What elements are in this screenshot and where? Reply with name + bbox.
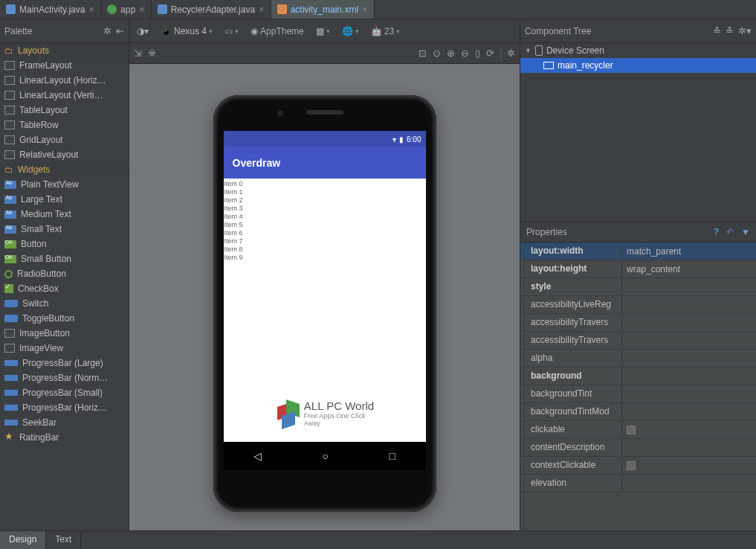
- palette-item[interactable]: FrameLayout: [0, 58, 129, 73]
- device-selector[interactable]: 📱 Nexus 4: [158, 25, 216, 38]
- help-icon[interactable]: ?: [714, 227, 719, 237]
- tab-text[interactable]: Text: [46, 531, 81, 549]
- design-canvas[interactable]: ▾ ▮ 6:00 Overdraw Item 0Item 1Item 2Item…: [129, 64, 520, 530]
- palette-item[interactable]: ProgressBar (Horiz…: [0, 400, 129, 415]
- close-icon[interactable]: ×: [259, 4, 265, 14]
- tab-main-activity[interactable]: MainActivity.java ×: [0, 0, 101, 19]
- tab-app[interactable]: app ×: [101, 0, 152, 19]
- palette-item[interactable]: TableLayout: [0, 103, 129, 118]
- property-row[interactable]: alpha: [520, 350, 756, 367]
- collapse-icon[interactable]: ⇤: [116, 25, 124, 36]
- close-icon[interactable]: ×: [139, 4, 145, 14]
- api-selector[interactable]: 🤖23: [368, 25, 403, 38]
- property-row[interactable]: accessibilityLiveReg: [520, 296, 756, 314]
- property-row[interactable]: layout:heightwrap_content: [520, 260, 756, 278]
- palette-item[interactable]: RadioButton: [0, 266, 129, 281]
- collapse-all-icon[interactable]: ≛: [726, 25, 734, 36]
- expand-icon[interactable]: ⇲: [134, 48, 142, 59]
- zoom-fit-icon[interactable]: ⊡: [419, 48, 427, 59]
- property-value[interactable]: wrap_content: [622, 260, 756, 277]
- palette-item[interactable]: SeekBar: [0, 415, 129, 430]
- property-row[interactable]: backgroundTintMod: [520, 403, 756, 421]
- property-row[interactable]: clickable: [520, 421, 756, 439]
- zoom-actual-icon[interactable]: ⊙: [433, 48, 441, 59]
- palette-category[interactable]: 🗀Layouts: [0, 43, 129, 58]
- eye-icon[interactable]: ◑▾: [134, 25, 152, 38]
- locale-selector[interactable]: 🌐: [339, 25, 362, 38]
- filter-icon[interactable]: ▼: [741, 227, 750, 237]
- palette-item[interactable]: Button: [0, 237, 129, 251]
- property-row[interactable]: background: [520, 367, 756, 385]
- palette-item[interactable]: RelativeLayout: [0, 147, 129, 162]
- property-value[interactable]: [622, 278, 756, 295]
- property-value[interactable]: [622, 367, 756, 385]
- palette-item[interactable]: ProgressBar (Large): [0, 356, 129, 370]
- property-value[interactable]: [622, 296, 756, 313]
- palette-item[interactable]: ProgressBar (Small): [0, 385, 129, 400]
- palette-item[interactable]: Small Text: [0, 222, 129, 237]
- palette-item[interactable]: ImageView: [0, 341, 129, 356]
- orientation-selector[interactable]: ▭: [222, 25, 242, 38]
- close-icon[interactable]: ×: [88, 4, 94, 14]
- refresh-icon[interactable]: ⟳: [486, 48, 494, 59]
- property-row[interactable]: backgroundTint: [520, 385, 756, 403]
- close-icon[interactable]: ×: [362, 4, 368, 14]
- palette-item[interactable]: ★RatingBar: [0, 430, 129, 445]
- app-content[interactable]: Item 0Item 1Item 2Item 3Item 4Item 5Item…: [224, 179, 426, 470]
- settings-icon[interactable]: ✲: [507, 48, 515, 59]
- property-row[interactable]: accessibilityTravers: [520, 332, 756, 350]
- zoom-in-icon[interactable]: ⊕: [447, 48, 455, 59]
- home-icon[interactable]: ○: [323, 450, 329, 462]
- variant-selector[interactable]: ▦: [313, 25, 333, 38]
- recents-icon[interactable]: □: [389, 450, 395, 462]
- expand-all-icon[interactable]: ≛: [713, 25, 721, 36]
- property-value[interactable]: [622, 350, 756, 367]
- property-row[interactable]: accessibilityTravers: [520, 314, 756, 332]
- palette-item[interactable]: ProgressBar (Norm…: [0, 370, 129, 385]
- property-value[interactable]: match_parent: [622, 243, 756, 260]
- back-icon[interactable]: ◁: [253, 450, 262, 462]
- property-value[interactable]: [622, 439, 756, 456]
- zoom-out-icon[interactable]: ⊖: [461, 48, 469, 59]
- screenshot-icon[interactable]: ▯: [475, 48, 480, 59]
- property-row[interactable]: contextClickable: [520, 457, 756, 475]
- property-value[interactable]: [622, 457, 756, 474]
- palette-item[interactable]: TableRow: [0, 118, 129, 132]
- property-row[interactable]: layout:widthmatch_parent: [520, 243, 756, 260]
- chevron-down-icon[interactable]: ▼: [525, 47, 532, 54]
- property-value[interactable]: [622, 421, 756, 438]
- property-value[interactable]: [622, 314, 756, 331]
- tab-recycler-adapter[interactable]: RecyclerAdapter.java ×: [152, 0, 271, 19]
- tab-activity-main-xml[interactable]: activity_main.xml ×: [271, 0, 375, 19]
- gear-icon[interactable]: ✲: [103, 25, 112, 36]
- property-row[interactable]: elevation: [520, 475, 756, 492]
- palette-item[interactable]: Large Text: [0, 192, 129, 207]
- tab-design[interactable]: Design: [0, 531, 46, 549]
- property-row[interactable]: contentDescription: [520, 439, 756, 457]
- property-row[interactable]: style: [520, 278, 756, 296]
- gear-icon[interactable]: ✲▾: [738, 25, 752, 36]
- property-value[interactable]: [622, 475, 756, 492]
- palette-item[interactable]: LinearLayout (Verti…: [0, 88, 129, 103]
- palette-item[interactable]: Plain TextView: [0, 177, 129, 192]
- palette-category[interactable]: 🗀Widgets: [0, 162, 129, 177]
- palette-item[interactable]: Small Button: [0, 251, 129, 266]
- palette-item[interactable]: ToggleButton: [0, 311, 129, 326]
- checkbox[interactable]: [627, 426, 636, 434]
- palette-item[interactable]: Switch: [0, 296, 129, 311]
- palette-item[interactable]: ImageButton: [0, 326, 129, 341]
- tree-device-screen[interactable]: ▼ Device Screen: [520, 43, 756, 58]
- compress-icon[interactable]: ※: [148, 48, 156, 59]
- theme-selector[interactable]: ◉AppTheme: [248, 25, 307, 38]
- palette-item[interactable]: GridLayout: [0, 132, 129, 147]
- property-value[interactable]: [622, 332, 756, 349]
- tree-main-recycler[interactable]: main_recycler: [520, 58, 756, 73]
- property-value[interactable]: [622, 385, 756, 402]
- palette-item[interactable]: LinearLayout (Horiz…: [0, 73, 129, 88]
- palette-item[interactable]: Medium Text: [0, 207, 129, 222]
- checkbox[interactable]: [627, 461, 636, 470]
- property-value[interactable]: [622, 403, 756, 420]
- device-screen[interactable]: ▾ ▮ 6:00 Overdraw Item 0Item 1Item 2Item…: [224, 131, 426, 470]
- undo-icon[interactable]: ↶: [726, 227, 734, 237]
- palette-item[interactable]: CheckBox: [0, 281, 129, 296]
